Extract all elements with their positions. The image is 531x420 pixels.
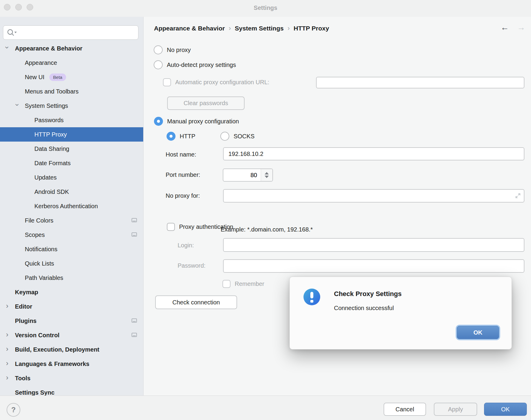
stepper-buttons[interactable] bbox=[261, 169, 272, 181]
screen-icon bbox=[132, 232, 137, 237]
sidebar-item-updates[interactable]: Updates bbox=[0, 170, 143, 185]
sidebar-item-notifications[interactable]: Notifications bbox=[0, 242, 143, 256]
sidebar-item-menus-toolbars[interactable]: Menus and Toolbars bbox=[0, 84, 143, 99]
chevron-down-icon[interactable]: › bbox=[4, 46, 11, 49]
sidebar-item-build-execution-deployment[interactable]: › Build, Execution, Deployment bbox=[0, 342, 143, 357]
sidebar-item-tools[interactable]: › Tools bbox=[0, 371, 143, 385]
settings-tree: › Appearance & Behavior Appearance New U… bbox=[0, 41, 143, 396]
clear-passwords-button[interactable]: Clear passwords bbox=[167, 96, 245, 110]
settings-window: Settings › Appearance & Behavior Appeara… bbox=[0, 0, 531, 420]
search-icon bbox=[7, 29, 17, 36]
sidebar-item-data-sharing[interactable]: Data Sharing bbox=[0, 142, 143, 156]
proxy-type-row: HTTP SOCKS bbox=[167, 132, 254, 141]
auto-url-checkbox bbox=[163, 78, 171, 86]
dialog-ok-button[interactable]: OK bbox=[457, 326, 499, 339]
proxy-auth-checkbox[interactable] bbox=[167, 223, 175, 231]
http-radio[interactable] bbox=[167, 132, 176, 141]
auto-url-option: Automatic proxy configuration URL: bbox=[163, 78, 269, 86]
auto-detect-option[interactable]: Auto-detect proxy settings bbox=[154, 60, 236, 69]
info-exclamation-icon bbox=[303, 289, 320, 305]
remember-option: Remember bbox=[222, 280, 264, 288]
beta-badge: Beta bbox=[49, 73, 66, 81]
sidebar-item-keymap[interactable]: Keymap bbox=[0, 285, 143, 299]
stepper-up-icon[interactable] bbox=[265, 172, 269, 174]
auto-detect-radio[interactable] bbox=[154, 60, 163, 69]
no-proxy-for-field[interactable] bbox=[223, 189, 524, 203]
sidebar-item-appearance[interactable]: Appearance bbox=[0, 56, 143, 70]
search-input[interactable] bbox=[17, 26, 138, 39]
port-number-field[interactable] bbox=[223, 169, 261, 181]
footer-bar: ? Cancel Apply OK bbox=[0, 396, 531, 420]
manual-proxy-radio[interactable] bbox=[154, 117, 163, 126]
screen-icon bbox=[132, 318, 137, 323]
breadcrumb: Appearance & Behavior › System Settings … bbox=[154, 24, 329, 32]
socks-radio[interactable] bbox=[220, 132, 229, 141]
chevron-right-icon[interactable]: › bbox=[6, 331, 8, 338]
sidebar-item-languages-frameworks[interactable]: › Languages & Frameworks bbox=[0, 357, 143, 371]
back-arrow-icon[interactable]: ← bbox=[501, 23, 509, 32]
remember-checkbox bbox=[222, 280, 231, 288]
breadcrumb-http-proxy: HTTP Proxy bbox=[294, 25, 329, 32]
login-label: Login: bbox=[178, 242, 194, 249]
sidebar-item-plugins[interactable]: Plugins bbox=[0, 314, 143, 328]
breadcrumb-system-settings[interactable]: System Settings bbox=[235, 25, 283, 32]
host-name-label: Host name: bbox=[166, 151, 196, 158]
titlebar: Settings bbox=[0, 0, 531, 17]
sidebar-item-passwords[interactable]: Passwords bbox=[0, 113, 143, 127]
window-title: Settings bbox=[0, 0, 531, 17]
sidebar-item-version-control[interactable]: › Version Control bbox=[0, 328, 143, 342]
chevron-right-icon[interactable]: › bbox=[6, 374, 8, 381]
sidebar-item-file-colors[interactable]: File Colors bbox=[0, 213, 143, 228]
sidebar-item-scopes[interactable]: Scopes bbox=[0, 228, 143, 242]
breadcrumb-appearance-behavior[interactable]: Appearance & Behavior bbox=[154, 25, 225, 32]
password-field bbox=[223, 259, 524, 273]
help-button[interactable]: ? bbox=[7, 403, 20, 417]
chevron-right-icon[interactable]: › bbox=[6, 345, 8, 352]
password-label: Password: bbox=[178, 262, 205, 269]
check-proxy-settings-dialog: Check Proxy Settings Connection successf… bbox=[289, 277, 512, 350]
dialog-message: Connection successful bbox=[334, 305, 394, 312]
forward-arrow-icon[interactable]: → bbox=[517, 23, 525, 32]
dialog-ok-focus-ring: OK bbox=[456, 325, 500, 340]
expand-field-icon[interactable] bbox=[514, 192, 521, 199]
breadcrumb-separator: › bbox=[229, 24, 231, 32]
auto-url-field bbox=[316, 77, 524, 88]
settings-sidebar: › Appearance & Behavior Appearance New U… bbox=[0, 17, 144, 396]
no-proxy-example-text: Example: *.domain.com, 192.168.* bbox=[221, 226, 313, 233]
manual-proxy-option[interactable]: Manual proxy configuration bbox=[154, 117, 239, 126]
sidebar-item-appearance-behavior[interactable]: › Appearance & Behavior bbox=[0, 41, 143, 56]
chevron-right-icon[interactable]: › bbox=[6, 360, 8, 367]
login-field bbox=[223, 238, 524, 252]
no-proxy-option[interactable]: No proxy bbox=[154, 45, 191, 54]
sidebar-item-kerberos[interactable]: Kerberos Authentication bbox=[0, 199, 143, 213]
screen-icon bbox=[132, 333, 137, 337]
check-connection-button[interactable]: Check connection bbox=[155, 295, 237, 309]
chevron-down-icon[interactable]: › bbox=[14, 104, 21, 106]
sidebar-item-new-ui[interactable]: New UI Beta bbox=[0, 70, 143, 84]
port-number-stepper[interactable] bbox=[223, 168, 273, 182]
sidebar-item-quick-lists[interactable]: Quick Lists bbox=[0, 256, 143, 271]
no-proxy-for-label: No proxy for: bbox=[166, 192, 200, 199]
sidebar-item-android-sdk[interactable]: Android SDK bbox=[0, 185, 143, 199]
stepper-down-icon[interactable] bbox=[265, 176, 269, 178]
sidebar-item-editor[interactable]: › Editor bbox=[0, 299, 143, 314]
port-number-label: Port number: bbox=[166, 171, 200, 178]
sidebar-item-settings-sync[interactable]: Settings Sync bbox=[0, 385, 143, 396]
screen-icon bbox=[132, 218, 137, 222]
dialog-title: Check Proxy Settings bbox=[334, 290, 402, 298]
ok-button[interactable]: OK bbox=[484, 403, 527, 416]
no-proxy-radio[interactable] bbox=[154, 45, 163, 54]
sidebar-item-system-settings[interactable]: › System Settings bbox=[0, 99, 143, 113]
apply-button[interactable]: Apply bbox=[434, 403, 477, 416]
breadcrumb-separator: › bbox=[288, 24, 290, 32]
chevron-right-icon[interactable]: › bbox=[6, 302, 8, 309]
sidebar-item-http-proxy[interactable]: HTTP Proxy bbox=[0, 127, 143, 142]
cancel-button[interactable]: Cancel bbox=[384, 403, 426, 416]
settings-search-box[interactable] bbox=[3, 25, 138, 40]
host-name-field[interactable] bbox=[223, 147, 524, 160]
proxy-auth-option[interactable]: Proxy authentication bbox=[167, 223, 233, 231]
sidebar-item-path-variables[interactable]: Path Variables bbox=[0, 271, 143, 285]
sidebar-item-date-formats[interactable]: Date Formats bbox=[0, 156, 143, 170]
